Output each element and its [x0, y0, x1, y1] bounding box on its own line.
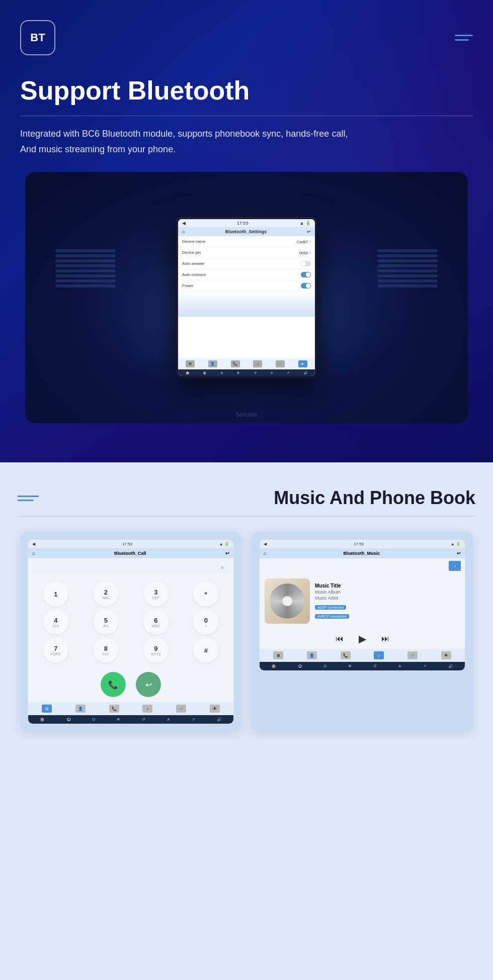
call-device-screen: ◀ 17:53 ▲ 🔋 ⌂ Bluetooth_Call ↩ ✕ 1 2ABC … [28, 539, 234, 724]
screen-gradient [178, 291, 315, 317]
devices-row: ◀ 17:53 ▲ 🔋 ⌂ Bluetooth_Call ↩ ✕ 1 2ABC … [18, 532, 475, 732]
toolbar-user-icon[interactable]: 👤 [208, 360, 217, 367]
dial-5[interactable]: 5JKL [93, 610, 118, 635]
dial-2[interactable]: 2ABC [93, 581, 118, 607]
back-btn[interactable]: ↩ [307, 229, 311, 234]
bb-auto[interactable]: A [271, 371, 273, 374]
music-bb-snow[interactable]: ❄ [348, 664, 352, 668]
setting-auto-answer[interactable]: Auto answer [178, 258, 315, 269]
music-back-icon[interactable]: ↩ [457, 551, 461, 556]
call-time: 17:53 [122, 542, 132, 546]
dial-8[interactable]: 8TUV [93, 638, 118, 663]
call-bb-snow[interactable]: ❄ [117, 717, 120, 722]
music-bb-arrow[interactable]: ↗ [423, 664, 427, 668]
call-bb-vol[interactable]: 🔊 [217, 717, 222, 722]
dial-3[interactable]: 3DEF [143, 581, 169, 607]
answer-call-button[interactable]: 📞 [101, 672, 126, 697]
bt-logo: BT [20, 20, 55, 55]
music-bb-loop[interactable]: ↺ [373, 664, 377, 668]
menu-button[interactable] [455, 35, 473, 41]
setting-device-name[interactable]: Device name CarBT › [178, 236, 315, 247]
dial-9[interactable]: 9WXYZ [143, 638, 169, 663]
music-note-button[interactable]: ♪ [449, 561, 461, 571]
call-search-bar[interactable]: ✕ [32, 562, 229, 573]
setting-power[interactable]: Power [178, 280, 315, 291]
toolbar-phone-icon[interactable]: 📞 [231, 360, 240, 367]
screen-status-bar: ◀ 17:53 ▲ 🔋 [178, 219, 315, 227]
setting-device-pin[interactable]: Device pin 0000 › [178, 247, 315, 258]
next-button[interactable]: ⏭ [381, 634, 389, 643]
page-title: Support Bluetooth [20, 75, 473, 106]
call-bb-loop[interactable]: ↺ [142, 717, 145, 722]
prev-button[interactable]: ⏮ [336, 634, 344, 643]
bb-snow[interactable]: ❄ [237, 371, 239, 374]
play-button[interactable]: ▶ [359, 633, 366, 645]
dial-star[interactable]: * [193, 581, 218, 607]
call-bb-home[interactable]: 🏠 [40, 717, 45, 722]
music-bb-dual[interactable]: D [323, 664, 326, 668]
music-tb-link[interactable]: 🔗 [407, 651, 418, 659]
dial-6[interactable]: 6MNO [143, 610, 169, 635]
bb-vol[interactable]: 🔊 [304, 371, 307, 374]
section-hamburger-line-1 [18, 496, 39, 497]
status-icons: ▲ 🔋 [300, 221, 311, 226]
music-content: Music Title Music Album Music Artist A2D… [260, 573, 465, 629]
call-tb-phone[interactable]: 📞 [109, 705, 119, 713]
music-bb-auto[interactable]: A [398, 664, 401, 668]
music-tb-music[interactable]: ♪ [374, 651, 384, 659]
auto-answer-toggle[interactable] [301, 261, 311, 266]
logo-text: BT [30, 31, 45, 44]
call-tb-eye[interactable]: 👁 [210, 705, 220, 713]
call-toolbar: ⊞ 👤 📞 ♪ 🔗 👁 [28, 702, 233, 715]
bb-dual[interactable]: D [221, 371, 223, 374]
music-tb-eye[interactable]: 👁 [441, 651, 451, 659]
auto-connect-toggle[interactable] [301, 272, 311, 277]
music-tb-grid[interactable]: ⊞ [273, 651, 283, 659]
redial-button[interactable]: ↩ [136, 672, 161, 697]
bb-home[interactable]: 🏠 [186, 371, 189, 374]
music-bb-power[interactable]: ⏻ [298, 664, 302, 668]
bb-loop[interactable]: ↺ [254, 371, 257, 374]
header: BT [20, 20, 473, 55]
bb-power[interactable]: ⏻ [203, 371, 206, 374]
clear-icon[interactable]: ✕ [220, 565, 224, 570]
device-screen: ◀ 17:53 ▲ 🔋 ⌂ Bluetooth_Settings ↩ Devic… [178, 219, 315, 376]
dial-hash[interactable]: # [193, 638, 218, 663]
music-back-btn[interactable]: ◀ [264, 542, 267, 546]
dial-1[interactable]: 1 [43, 581, 68, 607]
toolbar-eye-icon[interactable]: 👁 [298, 360, 307, 367]
hamburger-line-2 [455, 39, 469, 41]
call-tb-grid[interactable]: ⊞ [42, 705, 52, 713]
dial-7[interactable]: 7PQRS [43, 638, 68, 663]
call-back-btn[interactable]: ◀ [32, 542, 35, 546]
dial-4[interactable]: 4GHI [43, 610, 68, 635]
call-bb-auto[interactable]: A [167, 717, 170, 722]
call-tb-user[interactable]: 👤 [75, 705, 86, 713]
call-bb-power[interactable]: ⏻ [66, 717, 70, 722]
call-bb-dual[interactable]: D [92, 717, 95, 722]
call-home-icon[interactable]: ⌂ [32, 551, 35, 556]
call-bb-arrow[interactable]: ↗ [192, 717, 195, 722]
a2dp-badge: A2DP connected [315, 605, 346, 610]
section-menu-icon[interactable] [18, 496, 39, 501]
redial-icon: ↩ [145, 680, 152, 690]
music-bb-vol[interactable]: 🔊 [448, 664, 453, 668]
music-tb-phone[interactable]: 📞 [341, 651, 351, 659]
call-back-icon[interactable]: ↩ [225, 551, 229, 556]
power-toggle[interactable] [301, 283, 311, 288]
bb-arrow[interactable]: ↗ [287, 371, 289, 374]
music-home-icon[interactable]: ⌂ [264, 551, 266, 556]
setting-label: Device name [182, 239, 206, 244]
toolbar-music-icon[interactable]: ♪ [253, 360, 262, 367]
back-arrow[interactable]: ◀ [182, 221, 186, 226]
avrcp-badge: AVRCP connected [315, 614, 349, 619]
call-tb-link[interactable]: 🔗 [176, 705, 186, 713]
music-tb-user[interactable]: 👤 [307, 651, 317, 659]
watermark: Seicane [235, 411, 257, 418]
toolbar-link-icon[interactable]: 🔗 [276, 360, 285, 367]
setting-auto-connect[interactable]: Auto connect [178, 269, 315, 280]
music-bb-home[interactable]: 🏠 [271, 664, 276, 668]
call-tb-music[interactable]: ♪ [142, 705, 152, 713]
toolbar-grid-icon[interactable]: ⊞ [186, 360, 195, 367]
dial-0[interactable]: 0+ [193, 610, 218, 635]
